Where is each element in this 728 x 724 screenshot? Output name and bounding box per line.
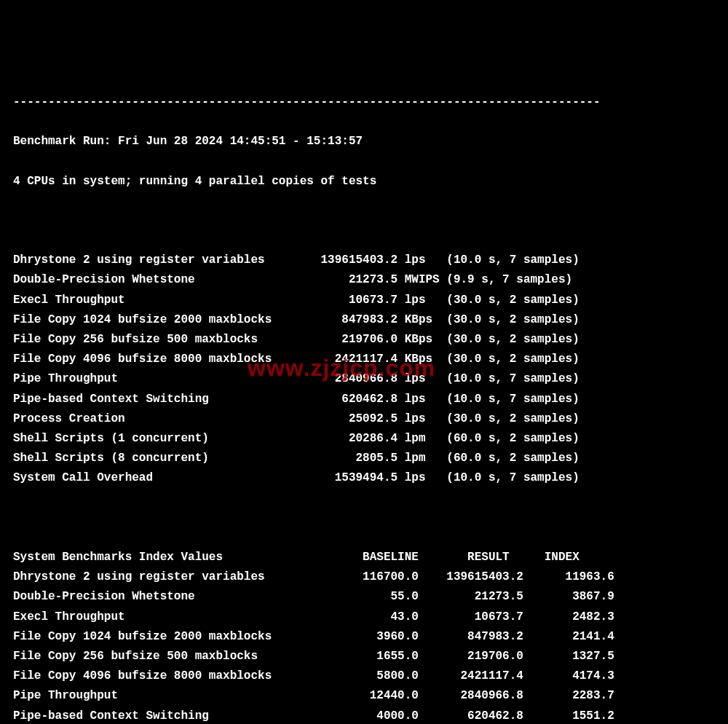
raw-result-row: File Copy 256 bufsize 500 maxblocks 2197… <box>13 330 715 350</box>
raw-result-row: Double-Precision Whetstone 21273.5 MWIPS… <box>13 270 715 290</box>
index-result-row: File Copy 256 bufsize 500 maxblocks 1655… <box>13 647 715 666</box>
raw-result-row: Shell Scripts (1 concurrent) 20286.4 lpm… <box>13 429 715 449</box>
raw-result-row: Pipe Throughput 2840966.8 lps (10.0 s, 7… <box>13 369 715 389</box>
index-result-row: Pipe Throughput 12440.0 2840966.8 2283.7 <box>13 686 715 706</box>
index-results-block: System Benchmarks Index Values BASELINE … <box>13 548 715 724</box>
divider-top: ----------------------------------------… <box>13 93 715 112</box>
raw-results-block: Dhrystone 2 using register variables 139… <box>13 251 715 488</box>
raw-result-row: Process Creation 25092.5 lps (30.0 s, 2 … <box>13 409 715 429</box>
index-result-row: Double-Precision Whetstone 55.0 21273.5 … <box>13 587 715 607</box>
index-result-row: Execl Throughput 43.0 10673.7 2482.3 <box>13 607 715 627</box>
raw-result-row: Execl Throughput 10673.7 lps (30.0 s, 2 … <box>13 291 715 310</box>
raw-result-row: File Copy 4096 bufsize 8000 maxblocks 24… <box>13 350 715 369</box>
cpu-info-line: 4 CPUs in system; running 4 parallel cop… <box>13 172 715 192</box>
raw-result-row: Pipe-based Context Switching 620462.8 lp… <box>13 390 715 409</box>
blank-line <box>13 211 715 231</box>
raw-result-row: File Copy 1024 bufsize 2000 maxblocks 84… <box>13 310 715 330</box>
index-header-row: System Benchmarks Index Values BASELINE … <box>13 548 715 567</box>
index-result-row: File Copy 1024 bufsize 2000 maxblocks 39… <box>13 627 715 647</box>
raw-result-row: System Call Overhead 1539494.5 lps (10.0… <box>13 468 715 488</box>
index-result-row: Pipe-based Context Switching 4000.0 6204… <box>13 707 715 724</box>
index-result-row: File Copy 4096 bufsize 8000 maxblocks 58… <box>13 666 715 686</box>
index-result-row: Dhrystone 2 using register variables 116… <box>13 567 715 587</box>
blank-line <box>13 508 715 528</box>
raw-result-row: Shell Scripts (8 concurrent) 2805.5 lpm … <box>13 449 715 468</box>
benchmark-run-line: Benchmark Run: Fri Jun 28 2024 14:45:51 … <box>13 132 715 152</box>
raw-result-row: Dhrystone 2 using register variables 139… <box>13 251 715 270</box>
